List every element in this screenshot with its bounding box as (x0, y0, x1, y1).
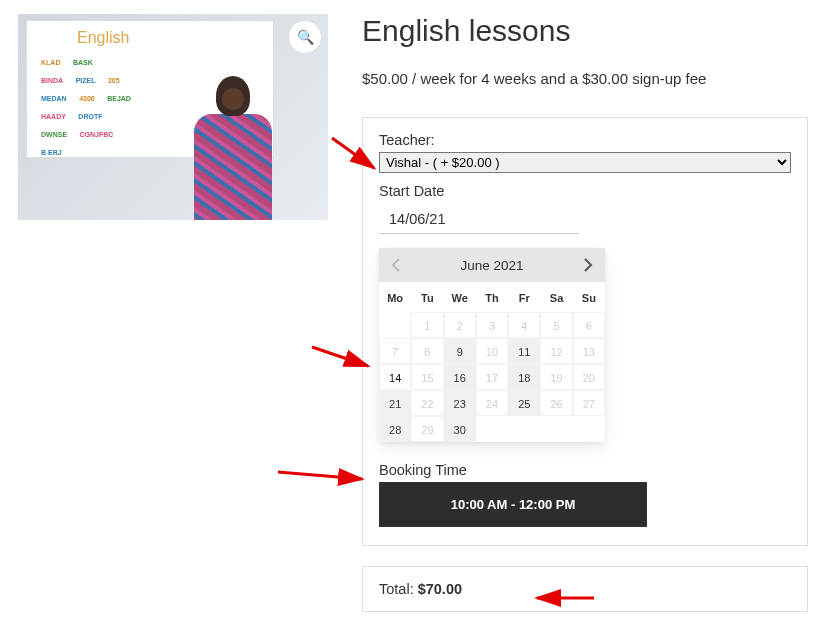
calendar-day: 12 (540, 338, 572, 364)
calendar-day: 1 (411, 312, 443, 338)
calendar-day[interactable]: 16 (444, 364, 476, 390)
svg-line-2 (278, 472, 362, 479)
total-label: Total: (379, 581, 414, 597)
booking-time-label: Booking Time (379, 462, 791, 478)
calendar-day[interactable]: 28 (379, 416, 411, 442)
price-line: $50.00 / week for 4 weeks and a $30.00 s… (362, 70, 808, 87)
calendar-day: 24 (476, 390, 508, 416)
calendar-day: 13 (573, 338, 605, 364)
calendar-next-icon[interactable] (579, 256, 597, 274)
booking-panel: Teacher: Vishal - ( + $20.00 ) Start Dat… (362, 117, 808, 546)
whiteboard-title: English (77, 29, 129, 47)
calendar-day[interactable]: 30 (444, 416, 476, 442)
calendar-day: 3 (476, 312, 508, 338)
magnifier-icon: 🔍 (297, 29, 314, 45)
calendar-day: 15 (411, 364, 443, 390)
calendar-day (540, 416, 572, 442)
calendar-dow: Mo (379, 282, 411, 312)
calendar-dow: Th (476, 282, 508, 312)
total-value: $70.00 (418, 581, 462, 597)
calendar-dow: Sa (540, 282, 572, 312)
start-date-input[interactable] (379, 203, 579, 234)
calendar-day: 20 (573, 364, 605, 390)
calendar-day: 8 (411, 338, 443, 364)
calendar-day[interactable]: 23 (444, 390, 476, 416)
calendar-dow: Tu (411, 282, 443, 312)
calendar-day: 22 (411, 390, 443, 416)
calendar-day: 17 (476, 364, 508, 390)
calendar-day: 5 (540, 312, 572, 338)
calendar-day: 27 (573, 390, 605, 416)
svg-line-1 (312, 347, 368, 366)
calendar-day (573, 416, 605, 442)
calendar-day[interactable]: 25 (508, 390, 540, 416)
teacher-select[interactable]: Vishal - ( + $20.00 ) (379, 152, 791, 173)
calendar-day[interactable]: 11 (508, 338, 540, 364)
calendar-day: 4 (508, 312, 540, 338)
calendar-day (476, 416, 508, 442)
calendar-day: 10 (476, 338, 508, 364)
product-image: English KLAD BASK BINDA PIZEL 205 MEDAN … (18, 14, 328, 220)
time-slot-button[interactable]: 10:00 AM - 12:00 PM (379, 482, 647, 527)
calendar-day: 26 (540, 390, 572, 416)
calendar-day (508, 416, 540, 442)
calendar-day: 6 (573, 312, 605, 338)
calendar-day: 2 (444, 312, 476, 338)
calendar-day[interactable]: 9 (444, 338, 476, 364)
calendar-day: 19 (540, 364, 572, 390)
calendar-dow: Fr (508, 282, 540, 312)
page-title: English lessons (362, 14, 808, 48)
calendar-day[interactable]: 14 (379, 364, 411, 390)
calendar-dow: We (444, 282, 476, 312)
calendar-day[interactable]: 21 (379, 390, 411, 416)
teacher-label: Teacher: (379, 132, 791, 148)
start-date-label: Start Date (379, 183, 791, 199)
calendar-prev-icon[interactable] (387, 256, 405, 274)
calendar-title: June 2021 (405, 258, 579, 273)
total-box: Total: $70.00 (362, 566, 808, 612)
calendar-day[interactable]: 18 (508, 364, 540, 390)
calendar-dow: Su (573, 282, 605, 312)
calendar-day: 7 (379, 338, 411, 364)
calendar-day: 29 (411, 416, 443, 442)
zoom-icon[interactable]: 🔍 (288, 20, 322, 54)
calendar: June 2021 MoTuWeThFrSaSu 123456789101112… (379, 248, 605, 442)
calendar-day (379, 312, 411, 338)
